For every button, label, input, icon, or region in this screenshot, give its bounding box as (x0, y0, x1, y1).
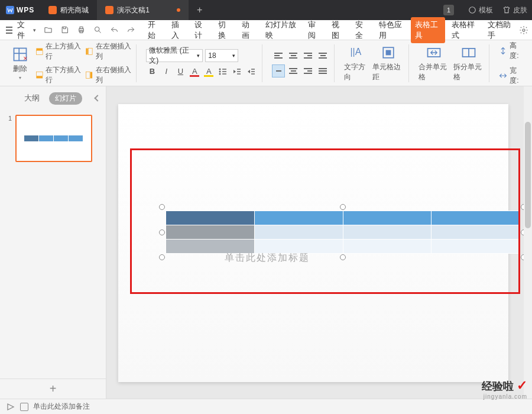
skin-icon (502, 6, 511, 14)
align-top-left[interactable] (272, 49, 285, 62)
insert-row-above[interactable]: 在上方插入行 (35, 41, 82, 62)
skin-link[interactable]: 皮肤 (498, 5, 532, 15)
print-icon[interactable] (76, 25, 87, 35)
slide-1[interactable]: 单击此处添加标题 (118, 104, 508, 382)
menu-security[interactable]: 安全 (351, 17, 372, 43)
font-size-select[interactable]: 18▾ (205, 49, 238, 62)
font-size-value: 18 (208, 51, 216, 60)
new-tab-button[interactable]: + (189, 5, 210, 15)
open-icon[interactable] (43, 25, 54, 35)
font-color-button[interactable]: A (189, 66, 200, 77)
italic-button[interactable]: I (160, 66, 172, 77)
handle-tm[interactable] (340, 204, 346, 210)
preview-icon[interactable] (93, 25, 103, 35)
hamburger-icon[interactable] (4, 24, 15, 36)
bold-button[interactable]: B (146, 66, 158, 77)
line-spacing[interactable] (316, 49, 329, 62)
bullets-icon (219, 67, 227, 76)
label: 单元格边距 (372, 62, 404, 82)
vertical-scrollbar[interactable] (524, 86, 532, 399)
menu-transition[interactable]: 切换 (214, 17, 235, 43)
merge-cells-button[interactable]: 合并单元格 (419, 44, 450, 82)
align-top-right[interactable] (301, 49, 314, 62)
handle-bl[interactable] (159, 254, 165, 260)
svg-point-5 (95, 27, 100, 32)
svg-rect-33 (385, 50, 391, 55)
slide-thumb-1[interactable]: 1 (8, 115, 98, 162)
group-font: 微软雅黑 (正文)▾ 18▾ B I U A A (141, 44, 262, 82)
chevron-down-icon: ▾ (19, 75, 21, 80)
cell-margin-button[interactable]: 单元格边距 (372, 44, 404, 82)
align-justify-button[interactable] (316, 64, 329, 77)
add-slide-button[interactable]: + (0, 379, 106, 399)
label: 合并单元格 (419, 62, 450, 82)
insert-col-right[interactable]: 在右侧插入列 (85, 65, 131, 85)
save-icon[interactable] (60, 25, 70, 35)
align-top-center[interactable] (287, 49, 300, 62)
svg-rect-12 (36, 48, 43, 50)
underline-button[interactable]: U (174, 66, 186, 77)
tab-slides[interactable]: 幻灯片 (49, 92, 82, 105)
handle-bm[interactable] (340, 254, 346, 260)
notes-icon[interactable] (20, 403, 28, 411)
svg-text:×: × (23, 54, 27, 62)
tab-outline[interactable]: 大纲 (24, 93, 40, 104)
undo-icon[interactable] (109, 25, 120, 35)
indent-inc-button[interactable] (245, 66, 257, 77)
menu-start[interactable]: 开始 (144, 17, 165, 43)
menu-animation[interactable]: 动画 (238, 17, 259, 43)
template-link[interactable]: 模板 (463, 5, 498, 15)
title-placeholder[interactable]: 单击此处添加标题 (225, 252, 310, 264)
indent-dec-button[interactable] (231, 66, 243, 77)
cell-margin-icon (380, 44, 397, 61)
insert-row-below[interactable]: 在下方插入行 (35, 65, 82, 85)
docer-icon (48, 6, 57, 14)
canvas: 单击此处添加标题 (106, 86, 532, 399)
gear-icon[interactable] (519, 25, 528, 35)
text-direction-button[interactable]: ||A 文字方向 (344, 44, 369, 82)
font-name-select[interactable]: 微软雅黑 (正文)▾ (146, 49, 203, 62)
col-width-input[interactable]: 宽度: (499, 66, 524, 86)
menu-review[interactable]: 审阅 (304, 17, 325, 43)
indent-dec-icon (233, 67, 241, 76)
scrollbar-thumb[interactable] (525, 122, 531, 228)
menu-design[interactable]: 设计 (190, 17, 212, 43)
row-above-icon (35, 47, 43, 56)
split-cells-button[interactable]: 拆分单元格 (453, 44, 485, 82)
row-height-input[interactable]: 高度: (499, 41, 524, 61)
bullets-button[interactable] (217, 66, 229, 77)
col-left-icon (85, 47, 93, 56)
insert-col-left[interactable]: 在左侧插入列 (85, 41, 131, 62)
file-menu[interactable]: 文件 (17, 20, 31, 41)
menu-view[interactable]: 视图 (327, 17, 349, 43)
menu-slideshow[interactable]: 幻灯片放映 (261, 17, 301, 43)
label: 在下方插入行 (46, 65, 82, 85)
redo-icon[interactable] (126, 25, 137, 35)
menu-doc-helper[interactable]: 文档助手 (484, 17, 518, 43)
tab-docer[interactable]: 稻壳商城 (40, 0, 97, 20)
svg-rect-14 (36, 76, 43, 78)
menu-features[interactable]: 特色应用 (375, 17, 409, 43)
highlight-button[interactable]: A (203, 66, 215, 77)
handle-ml[interactable] (159, 229, 165, 235)
notification-badge[interactable]: 1 (443, 5, 454, 15)
row-below-icon (35, 70, 43, 80)
expand-panel-icon[interactable] (6, 402, 15, 412)
menu-table-tools[interactable]: 表格工具 (411, 17, 445, 43)
align-right-button[interactable] (301, 64, 314, 77)
delete-button[interactable]: × 删除 ▾ (8, 46, 32, 80)
presentation-icon (105, 6, 113, 14)
tab-label: 演示文稿1 (117, 5, 150, 15)
handle-tl[interactable] (159, 204, 165, 210)
template-icon (468, 6, 476, 14)
quick-access (43, 25, 137, 35)
notes-placeholder[interactable]: 单击此处添加备注 (33, 402, 90, 412)
thumbnails: 1 (0, 110, 106, 379)
table-object[interactable] (166, 211, 520, 254)
text-dir-icon: ||A (348, 44, 365, 61)
menu-table-style[interactable]: 表格样式 (447, 17, 482, 43)
menu-insert[interactable]: 插入 (167, 17, 189, 43)
align-center-button[interactable] (287, 64, 300, 77)
align-left-button[interactable] (272, 64, 285, 77)
slide-panel: 大纲 幻灯片 1 + (0, 86, 106, 399)
